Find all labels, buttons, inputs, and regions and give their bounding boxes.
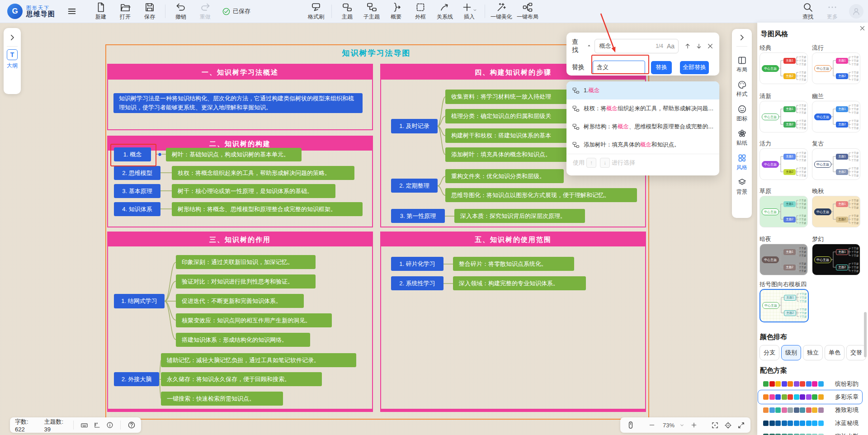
replace-all-button[interactable]: 全部替换 [680,61,709,74]
style-card-清新[interactable]: 中心主题主题1主题2子主题子主题子主题子主题子主题子主题 [760,101,808,132]
mindmap-node[interactable]: 2. 系统性学习 [391,276,443,290]
style-card-暗夜[interactable]: 中心主题主题1主题2子主题子主题子主题子主题子主题子主题 [760,244,808,275]
app-logo[interactable]: G 图形天下 思维导图 [7,4,55,19]
zoom-caret-icon[interactable] [679,422,685,428]
scheme-冰蓝秘境[interactable]: 冰蓝秘境 [758,416,863,430]
right-tool-style-grid[interactable]: 风格 [736,153,747,171]
info-icon[interactable] [106,421,113,429]
color-layout-交替[interactable]: 交替 [846,345,866,360]
outline-icon[interactable]: T [7,49,18,60]
mindmap-node[interactable]: 辅助记忆：减轻大脑记忆负担，通过工具如笔记软件记录。 [161,353,356,367]
style-card-活力[interactable]: 中心主题主题1主题2子主题子主题子主题子主题子主题子主题 [760,148,808,180]
avatar[interactable] [849,4,863,19]
section-header[interactable]: 三、知识树的作用 [108,232,372,246]
scheme-幽兰水影[interactable]: 幽兰水影 [758,429,863,435]
close-find-icon[interactable] [707,43,714,50]
find-result-row[interactable]: 1. 概念 [566,81,719,99]
find-label[interactable]: 查找 [572,38,585,54]
mindmap-node[interactable]: 2. 思维模型 [114,166,160,180]
mindmap-node[interactable]: 印象深刻：通过关联新旧知识，加深记忆。 [176,255,316,269]
zoom-in-icon[interactable] [690,421,698,429]
find-input[interactable]: 概念 1/4 Aa [594,39,679,53]
outline-label[interactable]: 大纲 [7,62,18,70]
mindmap-node[interactable]: 核聚变效应：知识点间的相互作用产生新的洞见。 [176,313,332,327]
help-icon[interactable] [127,421,136,429]
color-layout-单色[interactable]: 单色 [825,345,844,360]
mindmap-node[interactable]: 一键搜索：快速检索所需知识点。 [161,392,283,406]
find-result-row[interactable]: 树形结构：将概念、思维模型和原理整合成完整的… [566,118,719,136]
right-tool-palette[interactable]: 样式 [736,80,747,98]
mindmap-node[interactable]: 树叶：基础知识点，构成知识树的基本单元。 [166,148,302,161]
mindmap-node[interactable]: 4. 知识体系 [114,202,160,216]
scheme-雅致彩境[interactable]: 雅致彩境 [758,403,863,417]
mindmap-node[interactable]: 深入领域：构建完整的专业知识体系。 [453,276,586,290]
toolbar-format-painter-button[interactable]: 格式刷 [304,2,328,21]
scheme-缤纷彩韵[interactable]: 缤纷彩韵 [758,377,863,391]
mindmap-node[interactable]: 树干：核心理论或第一性原理，是知识体系的基础。 [172,184,335,198]
mindmap-node[interactable]: 2. 外接大脑 [114,372,159,386]
case-toggle[interactable]: Aa [667,43,675,50]
close-sidebar-icon[interactable] [859,25,866,33]
keyboard-shortcuts-icon[interactable] [80,421,88,429]
find-next-icon[interactable] [695,43,703,50]
mindmap-node[interactable]: 2. 定期整理 [391,179,438,193]
toolbar-beautify-button[interactable]: 一键美化 [488,2,514,21]
toolbar-undo-button[interactable]: 撤销 [169,2,193,21]
collapse-caret-icon[interactable] [586,42,592,50]
mindmap-node[interactable]: 树形结构：将概念、思维模型和原理整合成完整的知识框架。 [172,202,363,216]
mindmap-node[interactable]: 整合碎片：将零散知识点系统化。 [453,257,574,271]
mindmap-node[interactable]: 永久储存：将知识永久保存，便于回顾和搜索。 [161,372,322,386]
fit-view-icon[interactable] [711,421,719,429]
mindmap-node[interactable]: 1. 结网式学习 [114,294,165,308]
color-layout-独立[interactable]: 独立 [803,345,823,360]
mindmap-node[interactable]: 3. 第一性原理 [391,209,445,223]
mindmap-node[interactable]: 枝杈：将概念组织起来的工具，帮助形成解决问题的策略。 [172,166,354,180]
ruler-icon[interactable] [94,421,101,429]
section-header[interactable]: 一、知识树学习法概述 [108,65,372,80]
find-result-row[interactable]: 枝杈：将概念组织起来的工具，帮助形成解决问题… [566,99,719,118]
mindmap-node[interactable]: 搭建知识体系：形成结构化的知识网络。 [176,333,310,347]
toolbar-summary-button[interactable]: 概要 [384,2,408,21]
right-tool-emoji[interactable]: 图标 [736,104,747,123]
mouse-mode-icon[interactable] [627,421,635,429]
right-tool-sticker[interactable]: 贴纸 [736,129,747,147]
color-layout-分支[interactable]: 分支 [760,345,779,360]
mindmap-node[interactable]: 思维导图化：将知识点以图形化方式展现，便于理解和记忆。 [445,188,637,202]
zoom-level[interactable]: 73% [663,422,675,429]
expand-right-icon[interactable] [8,33,16,43]
find-result-row[interactable]: 添加树叶：填充具体的概念和知识点。 [566,136,719,154]
mindmap-node[interactable]: 1. 碎片化学习 [391,257,443,271]
mindmap-node[interactable]: 深入本质：探究知识背后的深层次原理。 [454,209,585,223]
toolbar-frame-button[interactable]: 外框 [408,2,433,21]
mindmap-node[interactable]: 1. 及时记录 [391,119,438,133]
style-card-晚秋[interactable]: 中心主题主题1主题2子主题子主题子主题子主题子主题子主题 [812,196,860,227]
toolbar-new-file-button[interactable]: 新建 [89,2,113,21]
style-card-复古[interactable]: 中心主题主题1主题2子主题子主题子主题子主题子主题子主题 [812,148,860,180]
style-card-括号图向右模板四[interactable]: 中心主题主题1主题2子主题子主题子主题子主题子主题子主题 [760,289,809,322]
hamburger-menu-icon[interactable] [67,6,77,16]
toolbar-open-folder-button[interactable]: 打开 [113,2,137,21]
style-card-流行[interactable]: 中心主题主题1主题2子主题子主题子主题子主题子主题子主题 [812,52,860,84]
mindmap-node[interactable]: 1. 概念 [114,147,151,161]
style-card-经典[interactable]: 中心主题主题1主题2子主题子主题子主题子主题子主题子主题 [760,52,808,84]
toolbar-topic-button[interactable]: 主题 [335,2,359,21]
toolbar-relation-button[interactable]: 关系线 [433,2,457,21]
mindmap-node[interactable]: 添加树叶：填充具体的概念和知识点。 [445,147,567,162]
mindmap-node[interactable]: 验证对比：对知识进行批判性思考和验证。 [176,274,316,288]
replace-button[interactable]: 替换 [651,61,672,74]
toolbar-search-button[interactable]: 查找 [796,2,820,21]
mindmap-node[interactable]: 促进迭代：不断更新和完善知识体系。 [176,294,304,308]
toolbar-auto-layout-button[interactable]: 一键布局 [514,2,541,21]
mindmap-node[interactable]: 知识树学习法是一种将知识结构化、层次化的方法，它通过构建类似树状的模型来组织和梳… [113,93,363,113]
color-layout-级别[interactable]: 级别 [781,345,801,360]
right-tool-layout[interactable]: 布局 [736,56,747,74]
section-header[interactable]: 五、知识树的使用范围 [381,232,645,246]
find-prev-icon[interactable] [684,43,691,50]
node-handle-dot[interactable] [158,152,162,156]
zoom-out-icon[interactable] [648,421,656,429]
collapse-right-icon[interactable] [738,33,746,43]
sidebar-scrollbar[interactable] [864,312,867,357]
toolbar-save-button[interactable]: 保存 [137,2,162,21]
locate-center-icon[interactable] [724,421,732,429]
replace-label[interactable]: 替换 [572,63,585,71]
